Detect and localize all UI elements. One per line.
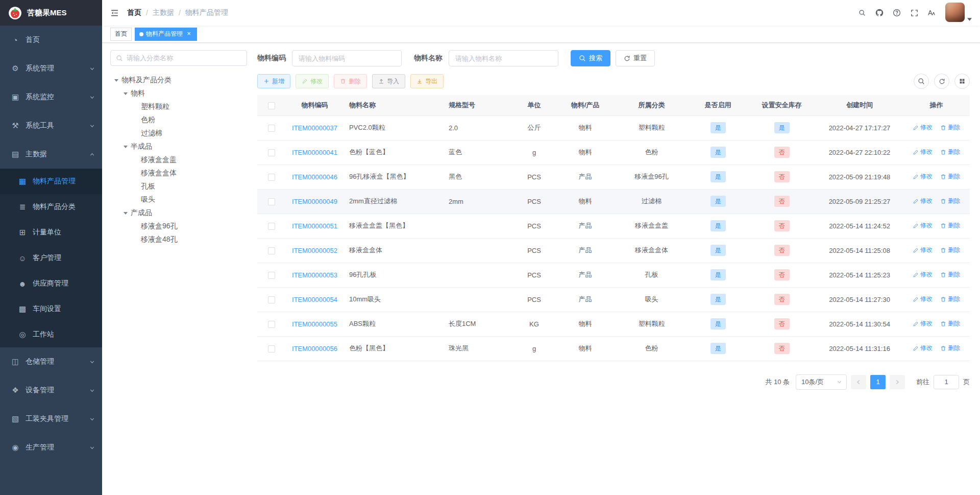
- row-delete-link[interactable]: 删除: [940, 172, 960, 181]
- row-edit-link[interactable]: 修改: [913, 148, 933, 156]
- material-code-link[interactable]: ITEM00000041: [292, 149, 337, 156]
- row-edit-link[interactable]: 修改: [913, 319, 933, 328]
- row-checkbox[interactable]: [268, 223, 275, 230]
- row-delete-link[interactable]: 删除: [940, 344, 960, 352]
- row-delete-link[interactable]: 删除: [940, 221, 960, 230]
- tree-node[interactable]: 色粉: [110, 113, 247, 127]
- sidebar-item-6[interactable]: ❖ 设备管理: [0, 376, 102, 405]
- row-checkbox[interactable]: [268, 296, 275, 303]
- export-button[interactable]: 导出: [410, 74, 444, 88]
- delete-button[interactable]: 删除: [334, 74, 367, 88]
- tree-node[interactable]: 移液盒盒盖: [110, 153, 247, 167]
- sidebar-item-5[interactable]: ◫ 仓储管理: [0, 347, 102, 376]
- material-code-link[interactable]: ITEM00000053: [292, 271, 337, 279]
- page-size-select[interactable]: 10条/页: [796, 374, 847, 390]
- page-1-button[interactable]: 1: [870, 375, 886, 389]
- import-button[interactable]: 导入: [372, 74, 405, 88]
- tree-node[interactable]: 吸头: [110, 193, 247, 206]
- github-icon[interactable]: [873, 5, 886, 20]
- next-page-button[interactable]: [890, 375, 905, 389]
- row-checkbox[interactable]: [268, 247, 275, 254]
- sidebar-subitem-4-1[interactable]: ≣ 物料产品分类: [0, 194, 102, 220]
- tree-node[interactable]: 物料及产品分类: [110, 74, 247, 87]
- material-code-link[interactable]: ITEM00000049: [292, 198, 337, 205]
- row-checkbox[interactable]: [268, 198, 275, 205]
- material-code-link[interactable]: ITEM00000056: [292, 345, 337, 352]
- goto-page-input[interactable]: [934, 375, 959, 389]
- row-checkbox[interactable]: [268, 345, 275, 352]
- caret-down-icon[interactable]: [124, 212, 128, 217]
- caret-down-icon[interactable]: [114, 79, 118, 84]
- sidebar-item-8[interactable]: ◉ 生产管理: [0, 433, 102, 462]
- fullscreen-icon[interactable]: [908, 5, 921, 20]
- sidebar-subitem-4-5[interactable]: ▩ 车间设置: [0, 296, 102, 322]
- search-icon[interactable]: [855, 5, 869, 20]
- add-button[interactable]: 新增: [257, 74, 290, 88]
- row-checkbox[interactable]: [268, 321, 275, 328]
- material-code-input[interactable]: [292, 50, 402, 66]
- app-logo[interactable]: 苦糖果MES: [0, 0, 102, 26]
- caret-down-icon[interactable]: [124, 146, 128, 150]
- sidebar-subitem-4-3[interactable]: ☺ 客户管理: [0, 245, 102, 271]
- select-all-checkbox[interactable]: [268, 102, 275, 109]
- hamburger-icon[interactable]: [110, 9, 119, 17]
- row-delete-link[interactable]: 删除: [940, 197, 960, 205]
- row-checkbox[interactable]: [268, 272, 275, 279]
- search-button[interactable]: 搜索: [571, 50, 610, 66]
- sidebar-item-7[interactable]: ▧ 工装夹具管理: [0, 405, 102, 433]
- tree-node[interactable]: 移液盒96孔: [110, 220, 247, 233]
- sidebar-subitem-4-0[interactable]: ▦ 物料产品管理: [0, 169, 102, 194]
- row-edit-link[interactable]: 修改: [913, 246, 933, 254]
- tree-node[interactable]: 移液盒48孔: [110, 233, 247, 246]
- sidebar-item-2[interactable]: ▣ 系统监控: [0, 83, 102, 111]
- sidebar-item-4[interactable]: ▤ 主数据: [0, 140, 102, 169]
- material-code-link[interactable]: ITEM00000055: [292, 320, 337, 328]
- material-code-link[interactable]: ITEM00000054: [292, 296, 337, 303]
- tab-0[interactable]: 首页: [110, 28, 132, 41]
- breadcrumb-item-0[interactable]: 首页: [127, 8, 141, 17]
- sidebar-item-3[interactable]: ⚒ 系统工具: [0, 111, 102, 140]
- material-code-link[interactable]: ITEM00000046: [292, 173, 337, 181]
- sidebar-subitem-4-4[interactable]: ☻ 供应商管理: [0, 271, 102, 296]
- row-edit-link[interactable]: 修改: [913, 295, 933, 303]
- tab-1[interactable]: 物料产品管理×: [135, 28, 197, 41]
- sidebar-item-1[interactable]: ⚙ 系统管理: [0, 54, 102, 83]
- columns-toggle-button[interactable]: [954, 74, 970, 89]
- row-edit-link[interactable]: 修改: [913, 221, 933, 230]
- font-size-icon[interactable]: [925, 5, 938, 20]
- material-code-link[interactable]: ITEM00000052: [292, 247, 337, 254]
- avatar[interactable]: [945, 3, 965, 22]
- toggle-search-button[interactable]: [914, 74, 929, 89]
- category-search-input[interactable]: [127, 54, 241, 62]
- row-edit-link[interactable]: 修改: [913, 270, 933, 279]
- row-delete-link[interactable]: 删除: [940, 270, 960, 279]
- row-checkbox[interactable]: [268, 149, 275, 156]
- close-icon[interactable]: ×: [185, 31, 192, 38]
- prev-page-button[interactable]: [851, 375, 866, 389]
- row-delete-link[interactable]: 删除: [940, 123, 960, 132]
- sidebar-subitem-4-6[interactable]: ◎ 工作站: [0, 322, 102, 347]
- tree-node[interactable]: 塑料颗粒: [110, 100, 247, 113]
- refresh-table-button[interactable]: [934, 74, 949, 89]
- row-checkbox[interactable]: [268, 125, 275, 132]
- tree-node[interactable]: 半成品: [110, 140, 247, 153]
- help-icon[interactable]: [890, 5, 903, 20]
- user-menu[interactable]: [945, 3, 972, 23]
- tree-node[interactable]: 孔板: [110, 180, 247, 193]
- sidebar-subitem-4-2[interactable]: ⊞ 计量单位: [0, 220, 102, 245]
- tree-node[interactable]: 移液盒盒体: [110, 167, 247, 180]
- material-code-link[interactable]: ITEM00000051: [292, 222, 337, 230]
- row-edit-link[interactable]: 修改: [913, 123, 933, 132]
- material-code-link[interactable]: ITEM00000037: [292, 124, 337, 132]
- tree-node[interactable]: 过滤棉: [110, 127, 247, 140]
- row-edit-link[interactable]: 修改: [913, 344, 933, 352]
- tree-node[interactable]: 产成品: [110, 206, 247, 220]
- row-delete-link[interactable]: 删除: [940, 319, 960, 328]
- caret-down-icon[interactable]: [124, 92, 128, 97]
- row-delete-link[interactable]: 删除: [940, 246, 960, 254]
- reset-button[interactable]: 重置: [616, 50, 655, 66]
- tree-node[interactable]: 物料: [110, 87, 247, 100]
- row-checkbox[interactable]: [268, 174, 275, 181]
- edit-button[interactable]: 修改: [296, 74, 329, 88]
- row-edit-link[interactable]: 修改: [913, 197, 933, 205]
